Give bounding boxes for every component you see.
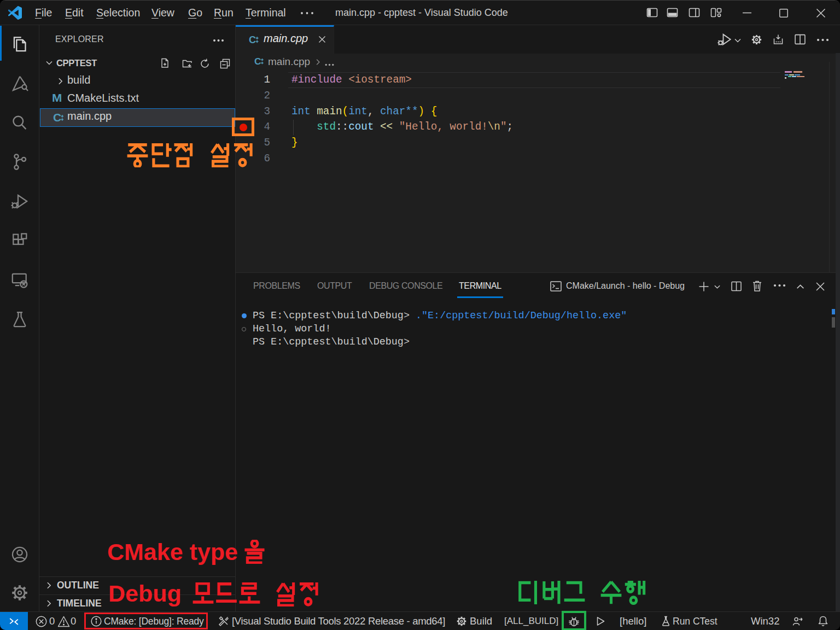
svg-text:C: C — [249, 34, 256, 45]
svg-text:C: C — [254, 56, 261, 67]
svg-text:C: C — [53, 111, 61, 124]
